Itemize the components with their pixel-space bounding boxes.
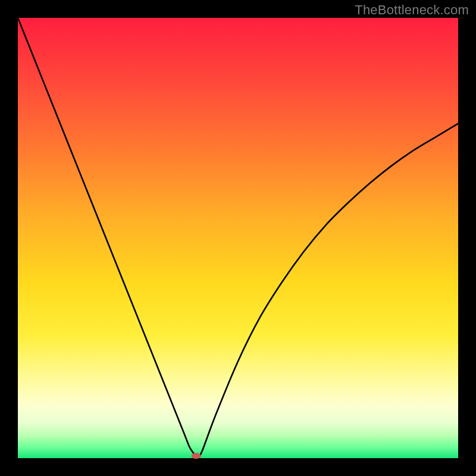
bottleneck-chart [0,0,476,476]
optimal-point-marker [192,453,201,459]
chart-frame: TheBottleneck.com [0,0,476,476]
plot-background [18,18,458,458]
watermark-text: TheBottleneck.com [355,2,469,18]
